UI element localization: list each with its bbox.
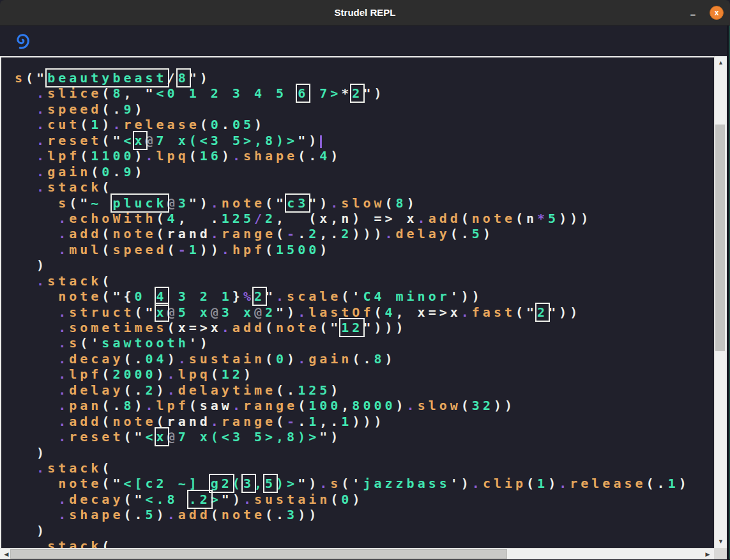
code-line: .pan(.8).lpf(saw.range(100,8000).slow(32… — [15, 398, 690, 413]
code-line: .stack( — [15, 273, 690, 289]
code-line: note("<[c2 ~] g2(3,5)>").s('jazzbass').c… — [15, 476, 690, 491]
code-line: .gain(0.9) — [15, 164, 690, 179]
app-header — [0, 26, 730, 56]
window-title: Strudel REPL — [0, 0, 730, 26]
window-right-edge — [727, 26, 730, 560]
code-line: .add(note(rand.range(-.2,.2))).delay(.5) — [15, 226, 690, 241]
code-line: .decay("<.8 .2>").sustain(0) — [15, 492, 690, 507]
active-token-highlight: x — [156, 305, 167, 320]
code-line: .speed(.9) — [15, 102, 690, 117]
code-line: .cut(1).release(0.05) — [15, 117, 690, 132]
minimize-icon: – — [690, 9, 696, 20]
active-token-highlight: 2 — [352, 86, 363, 101]
vertical-scrollbar[interactable]: ▲ ▼ — [714, 56, 727, 548]
code-line: .stack( — [15, 538, 690, 548]
code-line: .reset("<x@7 x(<3 5>,8)>") — [15, 133, 690, 148]
code-line: .add(note(rand.range(-.1,.1))) — [15, 414, 690, 429]
code-line: .sometimes(x=>x.add(note("12"))) — [15, 320, 690, 335]
code-line: note("{0 4 3 2 1}%2".scale('C4 minor')) — [15, 289, 690, 304]
active-token-highlight: 4 — [156, 289, 167, 304]
scroll-right-arrow-icon[interactable]: ▶ — [703, 549, 713, 559]
code-line: .shape(.5).add(note(.3)) — [15, 507, 690, 522]
code-line: .lpf(2000).lpq(12) — [15, 367, 690, 382]
code-editor[interactable]: s("beautybeast/8") .slice(8, "<0 1 2 3 4… — [0, 56, 714, 548]
code-line: ) — [15, 523, 690, 538]
code-line: ) — [15, 445, 690, 460]
vertical-scrollbar-thumb[interactable] — [715, 125, 725, 351]
active-token-highlight: 2 — [537, 305, 548, 320]
active-token-highlight: g2 — [211, 476, 232, 491]
horizontal-scrollbar[interactable]: ◀ ▶ — [0, 548, 714, 559]
text-cursor — [320, 135, 322, 148]
code-line: .delay(.2).delaytime(.125) — [15, 382, 690, 398]
code-line: ) — [15, 257, 690, 273]
titlebar: Strudel REPL – x — [0, 0, 730, 26]
active-token-highlight: 5 — [265, 476, 276, 491]
active-token-highlight: 2 — [254, 289, 265, 304]
active-token-highlight: x — [135, 133, 146, 148]
scroll-up-arrow-icon[interactable]: ▲ — [715, 57, 727, 68]
strudel-repl-window: Strudel REPL – x s("beautybeast/8") .sli… — [0, 0, 730, 560]
code-line: .stack( — [15, 460, 690, 476]
close-button[interactable]: x — [710, 6, 724, 20]
active-token-highlight: pluck — [112, 195, 167, 211]
active-token-highlight: 3 — [243, 476, 254, 491]
code-line: .lpf(1100).lpq(16).shape(.4) — [15, 148, 690, 163]
scrollbar-corner — [714, 548, 727, 559]
code-line: .mul(speed(-1)).hpf(1500) — [15, 242, 690, 257]
active-token-highlight: .2 — [189, 492, 211, 507]
close-icon: x — [715, 8, 719, 17]
active-token-highlight: c3 — [287, 195, 308, 211]
horizontal-scrollbar-thumb[interactable] — [10, 549, 507, 559]
code-line: s("~ pluck@3").note("c3").slow(8) — [15, 195, 690, 211]
active-token-highlight: 6 — [298, 86, 308, 101]
active-token-highlight: beautybeast — [47, 70, 167, 86]
active-token-highlight: 12 — [341, 320, 363, 335]
code-line: .struct("x@5 x@3 x@2").lastOf(4, x=>x.fa… — [15, 305, 690, 320]
code-line: .stack( — [15, 179, 690, 195]
code-line: s("beautybeast/8") — [15, 70, 690, 86]
scroll-down-arrow-icon[interactable]: ▼ — [715, 536, 727, 547]
minimize-button[interactable]: – — [684, 0, 702, 26]
code-area[interactable]: s("beautybeast/8") .slice(8, "<0 1 2 3 4… — [15, 70, 690, 548]
code-line: .decay(.04).sustain(0).gain(.8) — [15, 351, 690, 367]
code-line: .echoWith(4, .125/2, (x,n) => x.add(note… — [15, 211, 690, 226]
strudel-spiral-logo-icon[interactable] — [13, 31, 32, 50]
active-token-highlight: 8 — [178, 70, 189, 86]
code-line: .reset("<x@7 x(<3 5>,8)>") — [15, 429, 690, 444]
active-token-highlight: x — [156, 429, 167, 444]
code-line: .s('sawtooth') — [15, 335, 690, 351]
code-line: .slice(8, "<0 1 2 3 4 5 6 7>*2") — [15, 86, 690, 101]
